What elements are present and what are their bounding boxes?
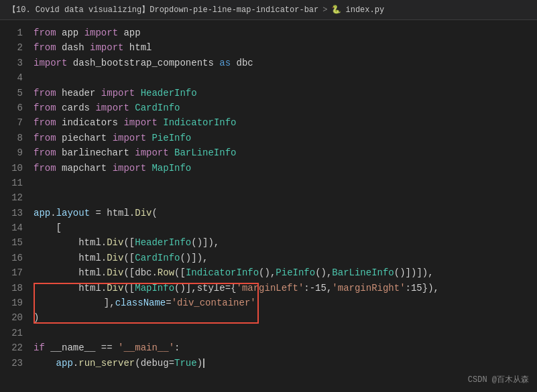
code-line-12 (34, 190, 537, 205)
code-line-14: [ (34, 220, 537, 235)
code-line-5: from header import HeaderInfo (34, 86, 537, 101)
code-line-8: from piechart import PieInfo (34, 131, 537, 145)
code-line-19: ],className='div_container' (34, 296, 537, 310)
file-icon: 🐍 (331, 5, 341, 15)
code-line-10: from mapchart import MapInfo (34, 161, 537, 176)
code-line-23: app.run_server(debug=True) (34, 356, 537, 371)
breadcrumb-separator: > (322, 5, 327, 15)
code-line-9: from barlinechart import BarLineInfo (34, 145, 537, 160)
breadcrumb-project: 【10. Covid data visualizing】Dropdown-pie… (8, 4, 318, 15)
code-line-7: from indicators import IndicatorInfo (34, 115, 537, 130)
code-line-6: from cards import CardInfo (34, 101, 537, 115)
code-content: from app import app from dash import htm… (28, 20, 537, 391)
code-line-2: from dash import html (34, 40, 537, 55)
code-line-17: html.Div([dbc.Row([IndicatorInfo(),PieIn… (34, 265, 537, 280)
title-bar: 【10. Covid data visualizing】Dropdown-pie… (0, 0, 537, 20)
file-name: index.py (345, 5, 384, 15)
code-line-16: html.Div([CardInfo()]), (34, 251, 537, 265)
code-line-13: app.layout = html.Div( (34, 206, 537, 220)
line-numbers: 1 2 3 4 5 6 7 8 9 10 11 12 13 14 15 16 1… (0, 20, 28, 391)
code-line-22: if __name__ == '__main__': (34, 340, 537, 355)
code-area: 1 2 3 4 5 6 7 8 9 10 11 12 13 14 15 16 1… (0, 20, 537, 391)
code-line-1: from app import app (34, 25, 537, 40)
code-line-15: html.Div([HeaderInfo()]), (34, 235, 537, 250)
watermark: CSDN @百木从森 (468, 374, 529, 385)
code-line-11 (34, 176, 537, 190)
code-line-4 (34, 70, 537, 85)
code-line-3: import dash_bootstrap_components as dbc (34, 56, 537, 70)
code-line-21 (34, 326, 537, 340)
